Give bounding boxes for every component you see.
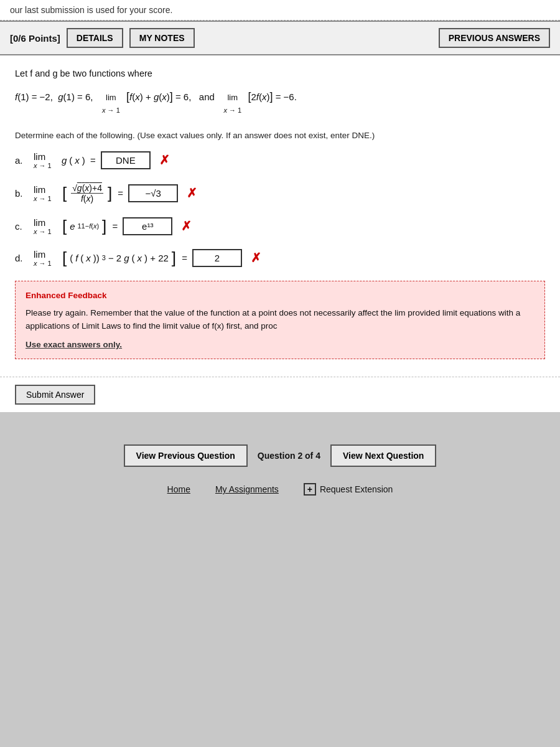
details-button[interactable]: DETAILS xyxy=(67,28,123,48)
part-a-row: a. lim x → 1 g(x) = DNE ✗ xyxy=(15,151,545,169)
instruction-label: Determine each of the following. (Use ex… xyxy=(15,131,375,140)
plus-icon: + xyxy=(304,483,316,496)
part-c-wrong-mark: ✗ xyxy=(181,218,192,233)
part-d-row: d. lim x → 1 [ (f(x))3 − 2g(x) + 22 ] = … xyxy=(15,249,545,267)
my-assignments-link[interactable]: My Assignments xyxy=(215,484,279,494)
top-notice: our last submission is used for your sco… xyxy=(0,0,560,21)
extension-label: Request Extension xyxy=(320,484,393,494)
feedback-body: Please try again. Remember that the valu… xyxy=(26,306,534,333)
part-b-row: b. lim x → 1 [ √g(x)+4 f(x) ] = −√3 ✗ xyxy=(15,183,545,204)
part-c-answer[interactable]: e¹³ xyxy=(123,217,172,235)
part-a-answer[interactable]: DNE xyxy=(101,151,151,169)
my-notes-button[interactable]: MY NOTES xyxy=(129,28,195,48)
part-a-expr: lim x → 1 g(x) = xyxy=(34,151,96,169)
question-counter: Question 2 of 4 xyxy=(258,451,320,461)
top-notice-text: our last submission is used for your sco… xyxy=(10,5,172,15)
part-d-label: d. xyxy=(15,253,29,263)
enhanced-feedback: Enhanced Feedback Please try again. Reme… xyxy=(15,281,545,359)
request-extension-link[interactable]: + Request Extension xyxy=(304,483,393,496)
part-b-answer[interactable]: −√3 xyxy=(128,184,178,202)
part-b-label: b. xyxy=(15,188,29,199)
navigation-row: View Previous Question Question 2 of 4 V… xyxy=(0,431,560,476)
submit-row: Submit Answer xyxy=(0,377,560,412)
feedback-title: Enhanced Feedback xyxy=(26,289,534,303)
part-b-wrong-mark: ✗ xyxy=(187,186,197,200)
problem-intro: Let f and g be two functions where xyxy=(15,67,545,81)
prev-question-button[interactable]: View Previous Question xyxy=(124,444,248,467)
part-d-wrong-mark: ✗ xyxy=(251,250,261,265)
part-b-expr: lim x → 1 [ √g(x)+4 f(x) ] = xyxy=(34,183,123,204)
part-c-row: c. lim x → 1 [ e11−f(x) ] = e¹³ ✗ xyxy=(15,217,545,235)
part-d-answer[interactable]: 2 xyxy=(192,249,242,267)
previous-answers-button[interactable]: PREVIOUS ANSWERS xyxy=(439,28,550,48)
use-exact-notice: Use exact answers only. xyxy=(26,338,534,352)
footer-row: Home My Assignments + Request Extension xyxy=(0,476,560,500)
instruction-text: Determine each of the following. (Use ex… xyxy=(15,121,545,140)
home-link[interactable]: Home xyxy=(167,484,190,494)
given-conditions: f(1) = −2, g(1) = 6, lim x → 1 [f(x) + g… xyxy=(15,87,545,116)
question-body: Let f and g be two functions where f(1) … xyxy=(0,55,560,377)
part-c-expr: lim x → 1 [ e11−f(x) ] = xyxy=(34,217,118,235)
part-c-label: c. xyxy=(15,221,29,232)
points-label: [0/6 Points] xyxy=(10,33,60,44)
question-header: [0/6 Points] DETAILS MY NOTES PREVIOUS A… xyxy=(0,21,560,55)
part-a-label: a. xyxy=(15,155,29,166)
intro-text: Let f and g be two functions where xyxy=(15,68,152,78)
next-question-button[interactable]: View Next Question xyxy=(330,444,436,467)
part-a-wrong-mark: ✗ xyxy=(159,153,170,167)
submit-button[interactable]: Submit Answer xyxy=(15,385,95,405)
part-d-expr: lim x → 1 [ (f(x))3 − 2g(x) + 22 ] = xyxy=(34,249,187,267)
